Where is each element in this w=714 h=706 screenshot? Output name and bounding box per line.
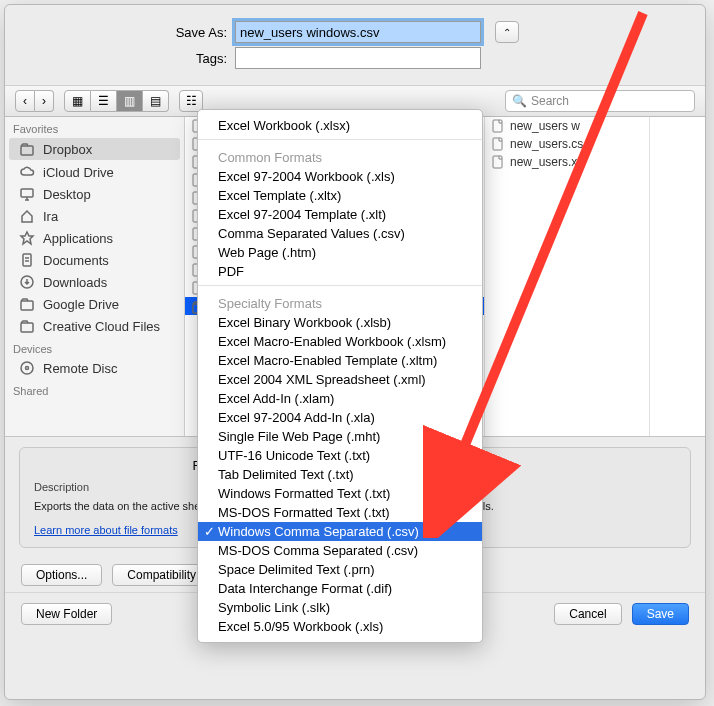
file-row[interactable]: new_users.cs	[485, 135, 649, 153]
doc-icon	[19, 252, 35, 268]
svg-point-6	[21, 362, 33, 374]
sidebar-item-dropbox[interactable]: Dropbox	[9, 138, 180, 160]
format-option[interactable]: UTF-16 Unicode Text (.txt)	[198, 446, 482, 465]
format-group-specialty: Specialty Formats	[198, 290, 482, 313]
format-option[interactable]: Tab Delimited Text (.txt)	[198, 465, 482, 484]
view-list-button[interactable]: ☰	[91, 90, 117, 112]
svg-rect-21	[493, 156, 502, 168]
format-option[interactable]: Excel Binary Workbook (.xlsb)	[198, 313, 482, 332]
sidebar-item-google-drive[interactable]: Google Drive	[5, 293, 184, 315]
search-icon: 🔍	[512, 94, 527, 108]
sidebar-item-label: Remote Disc	[43, 361, 117, 376]
save-button[interactable]: Save	[632, 603, 689, 625]
svg-rect-1	[21, 189, 33, 197]
format-option[interactable]: Excel Macro-Enabled Template (.xltm)	[198, 351, 482, 370]
format-option[interactable]: Space Delimited Text (.prn)	[198, 560, 482, 579]
folder-icon	[19, 141, 35, 157]
svg-rect-2	[23, 254, 31, 266]
search-input[interactable]: 🔍 Search	[505, 90, 695, 112]
view-coverflow-button[interactable]: ▤	[143, 90, 169, 112]
format-option[interactable]: Windows Comma Separated (.csv)	[198, 522, 482, 541]
svg-point-7	[26, 367, 29, 370]
columns-icon: ▥	[124, 94, 135, 108]
folder-icon	[19, 296, 35, 312]
file-row[interactable]: new_users.xl	[485, 153, 649, 171]
collapse-button[interactable]: ⌃	[495, 21, 519, 43]
file-name: new_users.xl	[510, 155, 580, 169]
chevron-left-icon: ‹	[23, 94, 27, 108]
file-row[interactable]: new_users w	[485, 117, 649, 135]
nav-back-button[interactable]: ‹	[15, 90, 35, 112]
apps-icon	[19, 230, 35, 246]
format-option[interactable]: Excel 5.0/95 Workbook (.xls)	[198, 617, 482, 636]
saveas-input[interactable]	[235, 21, 481, 43]
new-folder-button[interactable]: New Folder	[21, 603, 112, 625]
sidebar-item-ira[interactable]: Ira	[5, 205, 184, 227]
list-icon: ☰	[98, 94, 109, 108]
save-dialog: Save As: ⌃ Tags: ‹ › ▦ ☰ ▥ ▤ ☷ 🔍 Search	[4, 4, 706, 700]
sidebar-item-applications[interactable]: Applications	[5, 227, 184, 249]
format-option[interactable]: Comma Separated Values (.csv)	[198, 224, 482, 243]
svg-rect-19	[493, 120, 502, 132]
grid-icon: ▦	[72, 94, 83, 108]
svg-rect-5	[21, 323, 33, 332]
file-name: new_users w	[510, 119, 580, 133]
nav-forward-button[interactable]: ›	[35, 90, 54, 112]
format-option[interactable]: Windows Formatted Text (.txt)	[198, 484, 482, 503]
file-icon	[491, 119, 505, 133]
sidebar: Favorites DropboxiCloud DriveDesktopIraA…	[5, 117, 185, 436]
sidebar-head-devices: Devices	[5, 337, 184, 357]
sidebar-item-label: Downloads	[43, 275, 107, 290]
sidebar-item-label: Creative Cloud Files	[43, 319, 160, 334]
format-option[interactable]: Excel Workbook (.xlsx)	[198, 116, 482, 135]
sidebar-item-creative-cloud-files[interactable]: Creative Cloud Files	[5, 315, 184, 337]
format-option[interactable]: Symbolic Link (.slk)	[198, 598, 482, 617]
file-icon	[491, 155, 505, 169]
sidebar-item-label: Ira	[43, 209, 58, 224]
format-option[interactable]: Excel 97-2004 Workbook (.xls)	[198, 167, 482, 186]
downloads-icon	[19, 274, 35, 290]
format-option[interactable]: Excel 2004 XML Spreadsheet (.xml)	[198, 370, 482, 389]
format-option[interactable]: MS-DOS Comma Separated (.csv)	[198, 541, 482, 560]
sidebar-item-icloud-drive[interactable]: iCloud Drive	[5, 161, 184, 183]
learn-more-link[interactable]: Learn more about file formats	[34, 524, 178, 536]
format-option[interactable]: Excel Add-In (.xlam)	[198, 389, 482, 408]
tags-label: Tags:	[25, 51, 235, 66]
format-option[interactable]: Excel 97-2004 Template (.xlt)	[198, 205, 482, 224]
sidebar-item-downloads[interactable]: Downloads	[5, 271, 184, 293]
format-option[interactable]: MS-DOS Formatted Text (.txt)	[198, 503, 482, 522]
sidebar-item-documents[interactable]: Documents	[5, 249, 184, 271]
chevron-up-icon: ⌃	[503, 27, 511, 38]
desktop-icon	[19, 186, 35, 202]
disc-icon	[19, 360, 35, 376]
header-fields: Save As: ⌃ Tags:	[5, 5, 705, 85]
format-option[interactable]: Web Page (.htm)	[198, 243, 482, 262]
view-icons-button[interactable]: ▦	[64, 90, 91, 112]
arrange-icon: ☷	[186, 94, 197, 108]
view-columns-button[interactable]: ▥	[117, 90, 143, 112]
sidebar-head-shared: Shared	[5, 379, 184, 399]
sidebar-item-label: iCloud Drive	[43, 165, 114, 180]
svg-rect-20	[493, 138, 502, 150]
options-button[interactable]: Options...	[21, 564, 102, 586]
sidebar-item-label: Google Drive	[43, 297, 119, 312]
home-icon	[19, 208, 35, 224]
format-option[interactable]: Data Interchange Format (.dif)	[198, 579, 482, 598]
sidebar-head-favorites: Favorites	[5, 117, 184, 137]
format-option[interactable]: Single File Web Page (.mht)	[198, 427, 482, 446]
cloud-icon	[19, 164, 35, 180]
saveas-label: Save As:	[25, 25, 235, 40]
sidebar-item-label: Desktop	[43, 187, 91, 202]
format-option[interactable]: Excel Macro-Enabled Workbook (.xlsm)	[198, 332, 482, 351]
sidebar-item-label: Dropbox	[43, 142, 92, 157]
format-option[interactable]: PDF	[198, 262, 482, 281]
sidebar-item-desktop[interactable]: Desktop	[5, 183, 184, 205]
tags-input[interactable]	[235, 47, 481, 69]
format-option[interactable]: Excel 97-2004 Add-In (.xla)	[198, 408, 482, 427]
cancel-button[interactable]: Cancel	[554, 603, 621, 625]
format-group-common: Common Formats	[198, 144, 482, 167]
sidebar-item-label: Applications	[43, 231, 113, 246]
format-dropdown[interactable]: Excel Workbook (.xlsx) Common Formats Ex…	[197, 109, 483, 643]
sidebar-item-remote-disc[interactable]: Remote Disc	[5, 357, 184, 379]
format-option[interactable]: Excel Template (.xltx)	[198, 186, 482, 205]
